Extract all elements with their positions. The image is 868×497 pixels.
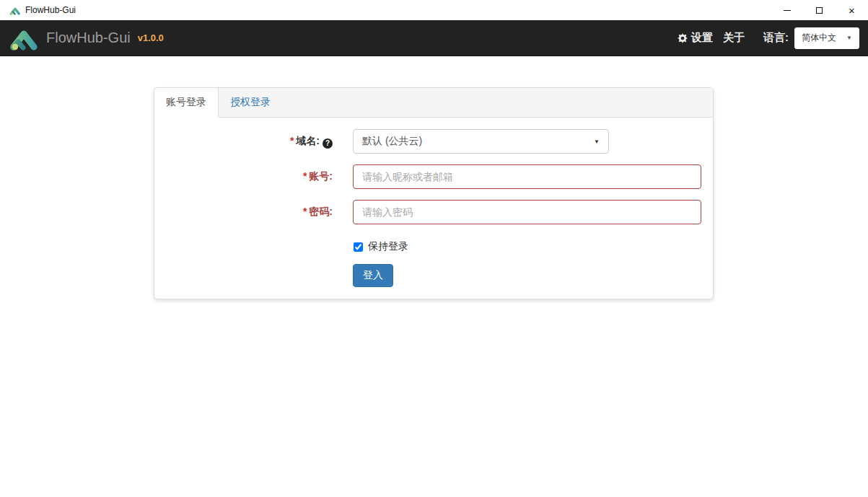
window-titlebar: FlowHub-Gui × xyxy=(0,0,868,20)
password-input[interactable] xyxy=(353,200,701,224)
account-input[interactable] xyxy=(353,164,701,189)
account-row: *账号: xyxy=(166,164,701,189)
minimize-icon xyxy=(784,10,791,11)
login-tabs: 账号登录 授权登录 xyxy=(154,88,713,118)
app-logo-icon-large xyxy=(9,26,38,50)
login-button[interactable]: 登入 xyxy=(353,264,393,287)
language-select[interactable]: 简体中文 ▼ xyxy=(794,27,859,49)
maximize-button[interactable] xyxy=(803,0,836,20)
chevron-down-icon: ▼ xyxy=(846,35,852,41)
maximize-icon xyxy=(816,7,823,14)
remember-checkbox[interactable] xyxy=(354,242,363,252)
app-navbar: FlowHub-Gui v1.0.0 设置 关于 语言: 简体中文 ▼ xyxy=(0,20,868,56)
close-icon: × xyxy=(849,5,855,16)
tab-authorization-login[interactable]: 授权登录 xyxy=(219,88,282,117)
navbar-right: 设置 关于 语言: 简体中文 ▼ xyxy=(678,27,859,49)
domain-selected-value: 默认 (公共云) xyxy=(362,135,422,148)
remember-label: 保持登录 xyxy=(368,240,408,253)
close-button[interactable]: × xyxy=(836,0,868,20)
settings-link[interactable]: 设置 xyxy=(678,31,713,45)
chevron-down-icon: ▼ xyxy=(594,138,600,145)
about-link[interactable]: 关于 xyxy=(723,31,745,45)
required-asterisk: * xyxy=(303,170,307,182)
brand-name: FlowHub-Gui xyxy=(46,30,131,46)
tab-authorization-login-label: 授权登录 xyxy=(230,96,271,109)
domain-select[interactable]: 默认 (公共云) ▼ xyxy=(353,129,609,154)
account-label: *账号: xyxy=(166,164,353,189)
version-badge: v1.0.0 xyxy=(138,32,164,43)
gear-icon xyxy=(678,33,688,43)
login-panel: 账号登录 授权登录 *域名:? 默认 (公共云) ▼ *账号: xyxy=(154,87,714,299)
submit-row: 登入 xyxy=(353,264,701,287)
brand-group: FlowHub-Gui v1.0.0 xyxy=(9,26,164,50)
domain-label: *域名:? xyxy=(166,129,353,154)
password-label: *密码: xyxy=(166,200,353,224)
password-row: *密码: xyxy=(166,200,701,224)
tab-account-login-label: 账号登录 xyxy=(166,96,206,109)
tab-account-login[interactable]: 账号登录 xyxy=(154,88,219,118)
window-title: FlowHub-Gui xyxy=(25,5,76,15)
minimize-button[interactable] xyxy=(771,0,803,20)
domain-row: *域名:? 默认 (公共云) ▼ xyxy=(166,129,701,154)
page-content: 账号登录 授权登录 *域名:? 默认 (公共云) ▼ *账号: xyxy=(0,56,868,299)
required-asterisk: * xyxy=(303,206,307,217)
help-icon[interactable]: ? xyxy=(323,138,333,149)
login-form: *域名:? 默认 (公共云) ▼ *账号: *密码: xyxy=(154,118,713,299)
app-logo-icon xyxy=(9,6,20,15)
language-selected-value: 简体中文 xyxy=(802,32,836,44)
remember-row: 保持登录 xyxy=(353,235,701,253)
language-label: 语言: xyxy=(763,31,789,45)
settings-label: 设置 xyxy=(691,31,713,45)
required-asterisk: * xyxy=(290,135,294,146)
about-label: 关于 xyxy=(723,31,745,45)
window-controls: × xyxy=(771,0,868,20)
